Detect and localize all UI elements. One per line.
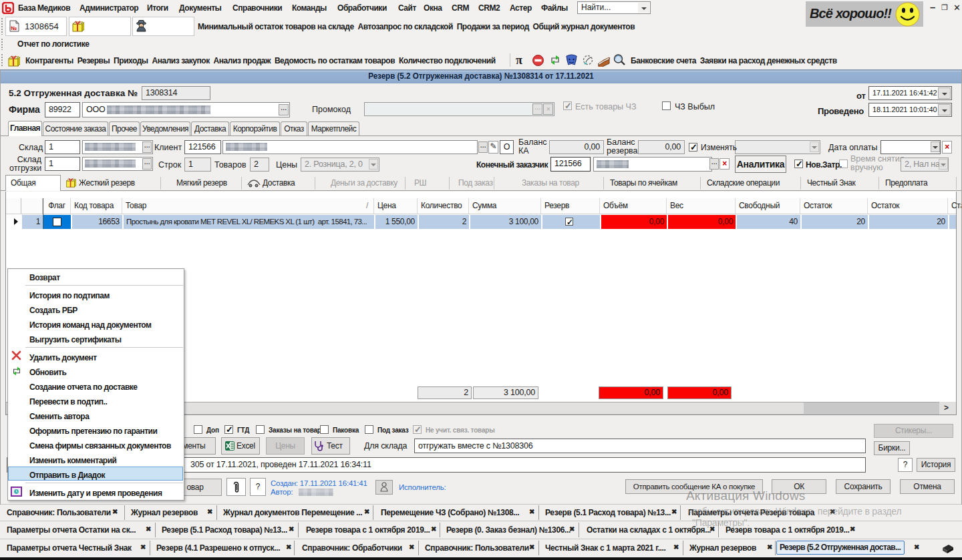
svg-text:№: №	[11, 25, 17, 31]
